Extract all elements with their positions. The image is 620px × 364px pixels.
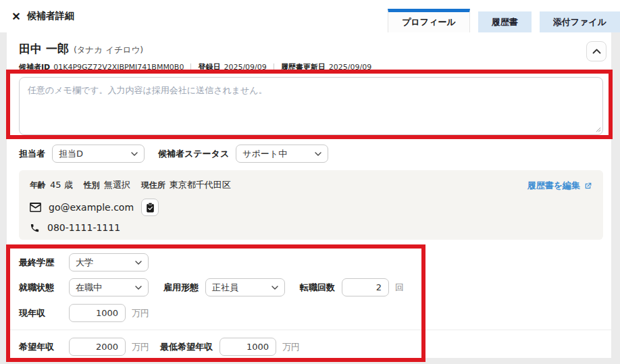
current-income-input[interactable] [69,304,126,322]
meta-divider [190,63,191,72]
resume-updated-label: 履歴書更新日 [281,62,326,72]
chevron-down-icon [135,286,142,290]
current-income-row: 現年収 万円 [19,304,149,322]
resume-updated-value: 2025/09/09 [329,63,371,72]
candidate-name: 田中 一郎 [19,41,69,57]
tab-resume[interactable]: 履歴書 [478,11,532,32]
email-row: go@example.com [30,199,592,216]
employment-type-select-value: 正社員 [212,282,238,294]
memo-textarea[interactable] [19,77,603,135]
phone-row: 080-1111-1111 [30,222,592,233]
owner-select-value: 担当D [59,148,83,160]
phone-value: 080-1111-1111 [47,222,120,233]
edit-resume-link-label: 履歴書を編集 [527,180,580,192]
registered-date-value: 2025/09/09 [224,63,266,72]
age-label: 年齢 [30,180,46,191]
employment-status-select-value: 在職中 [76,282,102,294]
tab-bar: プロフィール 履歴書 添付ファイル [388,9,620,32]
email-value: go@example.com [49,202,134,213]
candidate-name-row: 田中 一郎 (タナカ イチロウ) [19,41,143,57]
profile-basic-row: 年齢 45 歳 性別 無選択 現住所 東京都千代田区 [30,179,592,191]
copy-email-button[interactable] [141,199,159,216]
employment-row: 就職状態 在職中 雇用形態 正社員 転職回数 回 [19,278,404,296]
education-label: 最終学歴 [19,257,62,269]
chevron-down-icon [135,261,142,265]
profile-summary-box: 年齢 45 歳 性別 無選択 現住所 東京都千代田区 履歴書を編集 go@ex [19,170,603,240]
owner-label: 担当者 [19,148,45,160]
min-desired-income-unit: 万円 [282,341,300,353]
candidate-meta-row: 候補者ID 01K4P9GZ72V2XJBPMJ741BMM0B0 登録日 20… [19,62,371,72]
gender-label: 性別 [84,180,100,191]
chevron-down-icon [131,152,138,156]
education-select[interactable]: 大学 [69,253,149,271]
education-select-value: 大学 [76,257,93,269]
current-income-unit: 万円 [132,307,149,319]
clipboard-check-icon [146,203,155,213]
chevron-up-icon [592,49,601,54]
address-value: 東京都千代田区 [170,179,231,191]
close-icon[interactable]: ✕ [9,9,24,24]
memo-field-wrap [19,77,603,135]
tab-profile[interactable]: プロフィール [388,9,470,32]
job-changes-label: 転職回数 [300,282,335,294]
status-select[interactable]: サポート中 [236,145,328,163]
section-divider [7,330,611,330]
address-label: 現住所 [141,180,165,191]
desired-income-label: 希望年収 [19,341,62,353]
tab-attachments[interactable]: 添付ファイル [540,11,620,32]
candidate-id-label: 候補者ID [19,62,50,72]
assignment-row: 担当者 担当D 候補者ステータス サポート中 [19,145,328,163]
envelope-icon [30,203,41,212]
page-title: 候補者詳細 [27,10,74,22]
registered-date-label: 登録日 [198,62,220,72]
chevron-down-icon [315,152,321,156]
phone-icon [30,223,40,233]
job-changes-unit: 回 [395,282,404,294]
meta-divider [274,63,274,72]
education-row: 最終学歴 大学 [19,253,149,271]
top-bar: ✕ 候補者詳細 プロフィール 履歴書 添付ファイル [0,0,620,32]
candidate-kana: (タナカ イチロウ) [74,45,143,56]
status-label: 候補者ステータス [158,148,229,160]
min-desired-income-input[interactable] [219,338,276,356]
chevron-down-icon [272,286,278,290]
employment-status-label: 就職状態 [19,282,62,294]
employment-status-select[interactable]: 在職中 [69,278,149,296]
collapse-button[interactable] [586,41,606,61]
job-changes-input[interactable] [342,278,389,296]
employment-type-select[interactable]: 正社員 [205,278,285,296]
owner-select[interactable]: 担当D [52,145,145,163]
desired-income-row: 希望年収 万円 最低希望年収 万円 [19,338,300,356]
age-value: 45 歳 [50,179,73,191]
resize-handle-icon[interactable] [596,127,601,132]
candidate-id-value: 01K4P9GZ72V2XJBPMJ741BMM0B0 [53,63,184,72]
status-select-value: サポート中 [242,148,287,160]
desired-income-unit: 万円 [132,341,149,353]
desired-income-input[interactable] [69,338,126,356]
current-income-label: 現年収 [19,307,62,319]
candidate-detail-card: 田中 一郎 (タナカ イチロウ) 候補者ID 01K4P9GZ72V2XJBPM… [7,32,611,358]
min-desired-income-label: 最低希望年収 [160,341,213,353]
gender-value: 無選択 [104,179,130,191]
external-link-icon [584,182,592,190]
employment-type-label: 雇用形態 [163,282,199,294]
edit-resume-link[interactable]: 履歴書を編集 [527,180,592,192]
